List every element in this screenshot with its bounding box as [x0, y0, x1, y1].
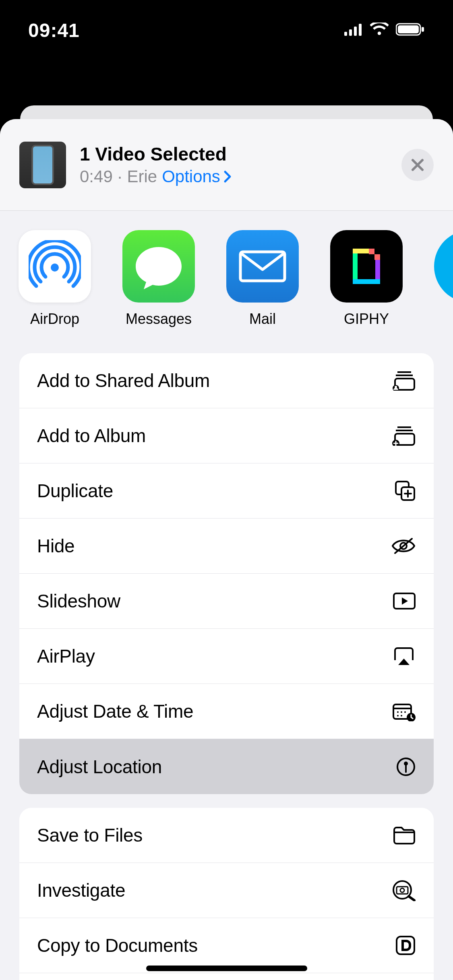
- row-label: Duplicate: [37, 480, 391, 502]
- status-bar: 09:41: [0, 0, 453, 60]
- skype-icon: [434, 230, 453, 303]
- separator-dot: ·: [118, 167, 122, 186]
- app-label: GIPHY: [344, 311, 389, 327]
- svg-rect-12: [353, 249, 369, 253]
- options-button[interactable]: Options: [162, 167, 232, 186]
- svg-point-27: [397, 711, 399, 713]
- action-investigate[interactable]: Investigate: [19, 863, 434, 918]
- action-add-shared-album[interactable]: Add to Shared Album: [19, 353, 434, 408]
- duplicate-icon: [391, 480, 416, 502]
- action-adjust-location[interactable]: Adjust Location: [19, 739, 434, 794]
- action-copy-to-documents[interactable]: Copy to Documents: [19, 918, 434, 973]
- row-label: Adjust Location: [37, 756, 391, 778]
- slideshow-icon: [391, 592, 416, 610]
- svg-line-39: [409, 896, 414, 900]
- battery-icon: [396, 23, 425, 38]
- row-label: Adjust Date & Time: [37, 700, 391, 722]
- action-adjust-date-time[interactable]: Adjust Date & Time: [19, 684, 434, 739]
- video-thumbnail[interactable]: [19, 142, 66, 188]
- thumbnail-phone-icon: [31, 145, 54, 185]
- status-indicators: [344, 23, 425, 38]
- app-messages[interactable]: Messages: [122, 230, 195, 327]
- svg-rect-0: [344, 32, 347, 36]
- svg-point-30: [397, 715, 399, 716]
- app-label: Messages: [126, 311, 192, 327]
- svg-point-29: [404, 711, 406, 713]
- svg-rect-1: [349, 29, 352, 36]
- mail-icon: [226, 230, 299, 303]
- wifi-icon: [370, 23, 389, 38]
- app-label: Mail: [249, 311, 276, 327]
- app-mail[interactable]: Mail: [226, 230, 299, 327]
- camera-search-icon: [391, 879, 416, 901]
- actions-group-1: Add to Shared Album Add to Album Duplica…: [19, 353, 434, 794]
- svg-rect-5: [398, 25, 419, 33]
- svg-rect-13: [369, 249, 374, 254]
- add-album-icon: [391, 426, 416, 446]
- cellular-icon: [344, 23, 363, 37]
- app-label: AirDrop: [30, 311, 79, 327]
- video-location: Erie: [127, 167, 157, 186]
- app-share-row[interactable]: AirDrop Messages Mail GIPHY S: [0, 211, 453, 353]
- share-sheet: 1 Video Selected 0:49 · Erie Options Air…: [0, 119, 453, 980]
- row-label: AirPlay: [37, 645, 391, 667]
- options-label: Options: [162, 167, 220, 186]
- svg-rect-6: [422, 27, 424, 32]
- action-duplicate[interactable]: Duplicate: [19, 463, 434, 519]
- row-label: Copy to Documents: [37, 935, 391, 956]
- actions-group-2: Save to Files Investigate Copy to Docume…: [19, 808, 434, 980]
- svg-point-31: [401, 715, 402, 716]
- home-indicator[interactable]: [146, 966, 307, 971]
- action-add-album[interactable]: Add to Album: [19, 408, 434, 463]
- documents-app-icon: [391, 935, 416, 956]
- svg-point-38: [400, 888, 404, 892]
- row-label: Hide: [37, 535, 391, 557]
- svg-rect-9: [353, 249, 358, 284]
- action-slideshow[interactable]: Slideshow: [19, 574, 434, 629]
- airplay-icon: [391, 646, 416, 666]
- sheet-header: 1 Video Selected 0:49 · Erie Options: [0, 119, 453, 211]
- video-duration: 0:49: [80, 167, 113, 186]
- row-label: Slideshow: [37, 590, 391, 612]
- app-airdrop[interactable]: AirDrop: [19, 230, 91, 327]
- svg-rect-14: [374, 254, 380, 260]
- row-label: Investigate: [37, 879, 391, 901]
- selection-title: 1 Video Selected: [80, 143, 388, 165]
- action-airplay[interactable]: AirPlay: [19, 629, 434, 684]
- app-peek[interactable]: S: [434, 230, 453, 327]
- folder-icon: [391, 826, 416, 844]
- close-button[interactable]: [401, 149, 434, 181]
- svg-rect-2: [354, 27, 357, 36]
- header-info: 1 Video Selected 0:49 · Erie Options: [80, 143, 388, 186]
- close-icon: [410, 158, 425, 172]
- hide-icon: [391, 537, 416, 555]
- status-time: 09:41: [28, 19, 80, 41]
- giphy-icon: [330, 230, 403, 303]
- svg-point-28: [401, 711, 402, 713]
- row-label: Add to Album: [37, 425, 391, 447]
- svg-rect-11: [353, 279, 380, 284]
- action-save-to-files[interactable]: Save to Files: [19, 808, 434, 863]
- svg-point-7: [51, 264, 59, 272]
- messages-icon: [122, 230, 195, 303]
- action-upload-vimeo[interactable]: Upload to Vimeo: [19, 973, 434, 980]
- calendar-clock-icon: [391, 701, 416, 721]
- airdrop-icon: [19, 230, 91, 303]
- app-giphy[interactable]: GIPHY: [330, 230, 403, 327]
- row-label: Save to Files: [37, 824, 391, 846]
- action-hide[interactable]: Hide: [19, 519, 434, 574]
- chevron-right-icon: [223, 170, 232, 183]
- row-label: Add to Shared Album: [37, 370, 391, 391]
- svg-rect-3: [359, 24, 362, 36]
- shared-album-icon: [391, 371, 416, 391]
- location-pin-icon: [391, 757, 416, 777]
